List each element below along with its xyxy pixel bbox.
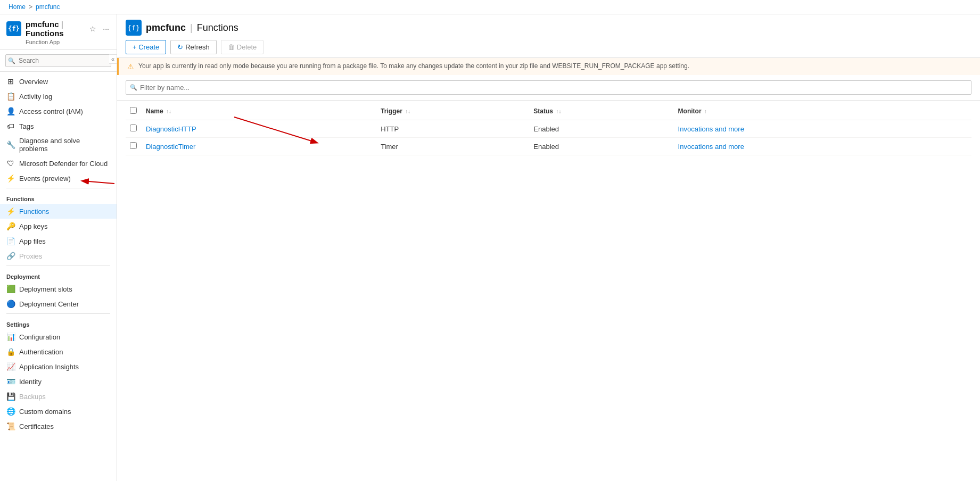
sidebar-item-authentication[interactable]: 🔒 Authentication [0,344,117,359]
sidebar-header: {f} pmcfunc | Functions ☆ ··· Function A… [0,14,117,50]
page-actions: + Create ↻ Refresh 🗑 Delete [126,40,971,54]
sidebar-item-access-control[interactable]: 👤 Access control (IAM) [0,104,117,119]
sidebar-item-overview[interactable]: ⊞ Overview [0,74,117,89]
warning-icon: ⚠ [127,62,134,71]
sidebar-item-label: Access control (IAM) [19,107,83,115]
function-name-link[interactable]: DiagnosticTimer [146,143,195,151]
sidebar-item-label: Authentication [19,348,63,356]
col-monitor[interactable]: Monitor ↑ [674,103,971,120]
nav-divider-deployment [6,266,110,266]
refresh-button[interactable]: ↻ Refresh [170,40,217,54]
diagnose-icon: 🔧 [6,140,15,149]
sidebar-item-label: Identity [19,378,42,386]
breadcrumb-home[interactable]: Home [9,3,26,11]
app-insights-icon: 📈 [6,362,15,371]
page-title: Functions [197,22,238,34]
sidebar-item-events[interactable]: ⚡ Events (preview) [0,171,117,186]
sidebar-item-label: Deployment slots [19,285,72,293]
breadcrumb: Home > pmcfunc [0,0,980,14]
monitor-sort-icon: ↑ [704,109,707,114]
star-button[interactable]: ☆ [88,23,97,34]
custom-domains-icon: 🌐 [6,407,15,416]
functions-table-container: Name ↑↓ Trigger ↑↓ Status ↑↓ Monito [117,101,980,481]
row-status-cell: Enabled [529,138,673,155]
col-name[interactable]: Name ↑↓ [142,103,376,120]
sidebar-item-label: Activity log [19,93,52,101]
sidebar-item-diagnose[interactable]: 🔧 Diagnose and solve problems [0,134,117,156]
sidebar-item-label: Proxies [19,252,42,260]
sidebar-item-label: Events (preview) [19,175,71,183]
row-monitor-cell: Invocations and more [674,120,971,138]
sidebar-title: pmcfunc | Functions [26,20,84,38]
events-icon: ⚡ [6,174,15,183]
delete-button[interactable]: 🗑 Delete [221,40,264,54]
sidebar-item-app-insights[interactable]: 📈 Application Insights [0,359,117,374]
row-checkbox[interactable] [130,142,137,149]
col-status[interactable]: Status ↑↓ [529,103,673,120]
deployment-section-label: Deployment [0,268,117,281]
row-checkbox[interactable] [130,125,137,131]
filter-bar [117,75,980,101]
sidebar-item-label: Custom domains [19,408,71,416]
overview-icon: ⊞ [6,77,15,86]
select-all-col [126,103,142,120]
sidebar-item-label: App files [19,237,46,245]
tags-icon: 🏷 [6,122,15,130]
sidebar-search-section: « [0,50,117,72]
col-trigger[interactable]: Trigger ↑↓ [376,103,529,120]
sidebar-item-custom-domains[interactable]: 🌐 Custom domains [0,404,117,419]
sidebar-item-configuration[interactable]: 📊 Configuration [0,329,117,344]
select-all-checkbox[interactable] [130,107,137,114]
sidebar-item-label: Configuration [19,333,60,341]
sidebar-item-label: Overview [19,78,48,86]
sidebar-item-label: Microsoft Defender for Cloud [19,160,108,168]
sidebar-item-proxies: 🔗 Proxies [0,248,117,263]
functions-icon: ⚡ [6,207,15,215]
collapse-button[interactable]: « [109,54,117,64]
sidebar-item-app-keys[interactable]: 🔑 App keys [0,219,117,234]
sidebar-item-certificates[interactable]: 📜 Certificates [0,419,117,434]
page-resource-name: pmcfunc [146,22,186,34]
sidebar-item-deployment-slots[interactable]: 🟩 Deployment slots [0,281,117,296]
sidebar-item-app-files[interactable]: 📄 App files [0,234,117,248]
sidebar-item-activity-log[interactable]: 📋 Activity log [0,89,117,104]
warning-text: Your app is currently in read only mode … [138,62,689,70]
authentication-icon: 🔒 [6,347,15,356]
sidebar-item-label: Deployment Center [19,300,79,308]
row-monitor-cell: Invocations and more [674,138,971,155]
page-header: {f} pmcfunc | Functions + Create ↻ Refre… [117,14,980,58]
sidebar-item-defender[interactable]: 🛡 Microsoft Defender for Cloud [0,156,117,171]
monitor-link[interactable]: Invocations and more [678,125,744,133]
deployment-slots-icon: 🟩 [6,285,15,293]
nav-items: ⊞ Overview 📋 Activity log 👤 Access contr… [0,72,117,481]
sidebar-item-label: Certificates [19,422,54,430]
breadcrumb-resource[interactable]: pmcfunc [36,3,60,11]
breadcrumb-separator: > [29,3,32,11]
name-sort-icon: ↑↓ [166,109,171,114]
sidebar-item-label: Backups [19,393,46,401]
search-input[interactable] [5,54,111,67]
proxies-icon: 🔗 [6,252,15,260]
create-button[interactable]: + Create [126,40,166,54]
nav-divider-settings [6,313,110,314]
row-checkbox-cell [126,120,142,138]
page-icon: {f} [126,20,142,36]
defender-icon: 🛡 [6,159,15,168]
function-name-link[interactable]: DiagnosticHTTP [146,125,196,133]
sidebar-item-label: Tags [19,122,34,130]
monitor-link[interactable]: Invocations and more [678,143,744,151]
refresh-icon: ↻ [177,43,183,51]
certificates-icon: 📜 [6,422,15,430]
filter-input[interactable] [126,80,971,95]
functions-section-label: Functions [0,190,117,204]
sidebar-item-tags[interactable]: 🏷 Tags [0,119,117,134]
sidebar-item-deployment-center[interactable]: 🔵 Deployment Center [0,296,117,311]
more-button[interactable]: ··· [102,23,110,34]
delete-icon: 🗑 [228,43,235,51]
sidebar-item-identity[interactable]: 🪪 Identity [0,374,117,389]
identity-icon: 🪪 [6,377,15,386]
backups-icon: 💾 [6,392,15,401]
table-row: DiagnosticTimer Timer Enabled Invocation… [126,138,971,155]
row-trigger-cell: Timer [376,138,529,155]
sidebar-item-functions[interactable]: ⚡ Functions [0,204,117,219]
